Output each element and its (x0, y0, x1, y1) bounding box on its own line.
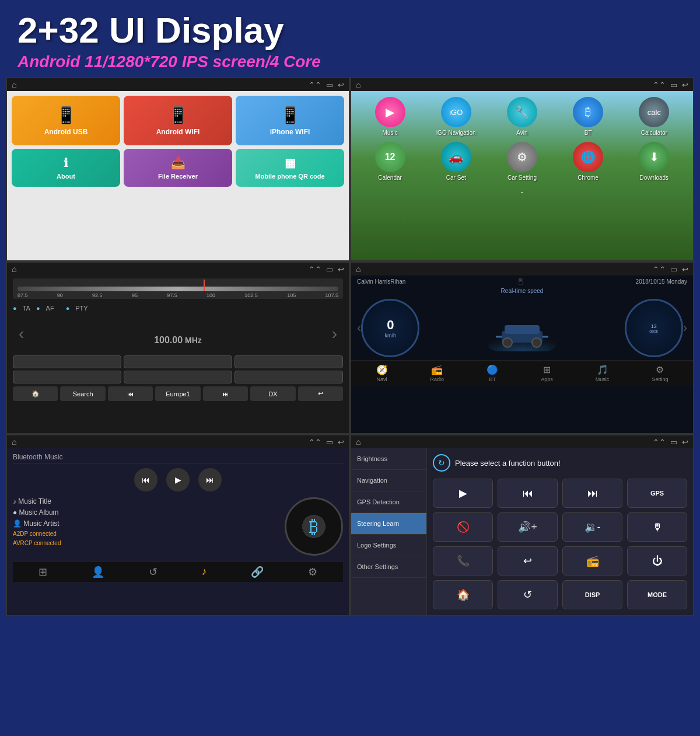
home-icon: ⌂ (12, 80, 16, 89)
tile-file-receiver[interactable]: 📥 File Receiver (124, 149, 232, 187)
preset-4[interactable] (13, 371, 121, 383)
app-icon-row1: ▶ Music iGO iGO Navigation 🔧 Avin ₿ BT c… (357, 97, 687, 136)
bt-nav-grid[interactable]: ⊞ (38, 566, 47, 578)
settings-panel-header: ↻ Please select a function button! (433, 454, 687, 472)
radio-next-icon[interactable]: › (332, 325, 337, 343)
app-avin[interactable]: 🔧 Avin (499, 97, 545, 136)
settings-mute-button[interactable]: 🚫 (433, 512, 493, 542)
radio-search-button[interactable]: Search (60, 386, 105, 401)
dash-nav-apps[interactable]: ⊞ Apps (541, 364, 553, 382)
bt-nav-music-active[interactable]: ♪ (201, 566, 206, 578)
status-bar-1: ⌂ ⌃⌃ ▭ ↩ (7, 78, 349, 91)
app-grid: 📱 Android USB 📱 Android WIFI 📱 iPhone WI… (12, 96, 344, 187)
settings-prev-button[interactable]: ⏮ (498, 479, 558, 508)
app-calendar[interactable]: 12 Calendar (367, 142, 414, 181)
downloads-label: Downloads (640, 175, 668, 181)
bt-fast-forward-button[interactable]: ⏭ (198, 468, 222, 491)
app-calculator[interactable]: calc Calculator (631, 97, 677, 136)
dash-nav-bt[interactable]: 🔵 BT (487, 364, 498, 382)
radio-freq-row: ‹ 100.00MHz › (13, 315, 343, 353)
app-downloads[interactable]: ⬇ Downloads (631, 142, 677, 181)
bt-rewind-button[interactable]: ⏮ (134, 468, 158, 491)
menu-steering-learn[interactable]: Steering Learn (351, 513, 426, 535)
radio-ta-controls: ● TA ● AF ● PTY (13, 302, 343, 315)
dash-nav-radio[interactable]: 📻 Radio (430, 364, 444, 382)
menu-logo-settings[interactable]: Logo Settings (351, 535, 426, 556)
dash-nav-music[interactable]: 🎵 Music (596, 364, 610, 382)
settings-play-button[interactable]: ▶ (433, 479, 493, 508)
settings-return-button[interactable]: ↺ (498, 580, 558, 609)
screen-dashboard: ⌂ ⌃⌃ ▭ ↩ Calvin HarrisRihan 📱 2018/10/15… (350, 261, 694, 434)
radio-frequency: 100.00MHz (154, 315, 202, 353)
radio-home-button[interactable]: 🏠 (13, 386, 58, 401)
status-icons-5: ⌃⌃ ▭ ↩ (309, 438, 344, 447)
bt-play-button[interactable]: ▶ (166, 468, 190, 491)
setting-icon: ⚙ (656, 364, 664, 375)
clock-gauge: 12 dock (625, 299, 683, 357)
preset-6[interactable] (235, 371, 343, 383)
menu-gps-detection[interactable]: GPS Detection (351, 491, 426, 513)
home-icon-2: ⌂ (356, 80, 360, 89)
radio-dx-button[interactable]: DX (250, 386, 295, 401)
apps-icon: ⊞ (543, 364, 551, 375)
settings-power-button[interactable]: ⏻ (627, 546, 687, 575)
tile-android-wifi[interactable]: 📱 Android WIFI (124, 96, 232, 145)
iphone-wifi-icon: 📱 (280, 106, 300, 125)
app-igo[interactable]: iGO iGO Navigation (433, 97, 480, 136)
settings-home-button[interactable]: 🏠 (433, 580, 493, 609)
car-setting-icon: ⚙ (507, 142, 537, 172)
menu-brightness[interactable]: Brightness (351, 448, 426, 470)
preset-2[interactable] (124, 355, 232, 368)
settings-disp-button[interactable]: DISP (562, 580, 622, 609)
music-nav-icon: 🎵 (597, 364, 608, 375)
date-time: 2018/10/15 Monday (636, 278, 687, 285)
settings-vol-down-button[interactable]: 🔉- (562, 512, 622, 542)
avin-label: Avin (516, 130, 527, 136)
tile-about[interactable]: ℹ About (12, 149, 120, 187)
tile-qr-code[interactable]: ▦ Mobile phone QR code (236, 149, 344, 187)
menu-other-settings[interactable]: Other Settings (351, 556, 426, 578)
preset-5[interactable] (124, 371, 232, 383)
speed-value: 0 (387, 318, 394, 333)
dash-nav-setting[interactable]: ⚙ Setting (652, 364, 668, 382)
bt-nav-refresh[interactable]: ↺ (149, 566, 158, 578)
bt-nav-icon: 🔵 (487, 364, 498, 375)
settings-vol-up-button[interactable]: 🔊+ (498, 512, 558, 542)
bt-nav-link[interactable]: 🔗 (251, 566, 264, 578)
app-bt[interactable]: ₿ BT (565, 97, 611, 136)
app-music[interactable]: ▶ Music (367, 97, 414, 136)
radio-band-button[interactable]: Europe1 (155, 386, 200, 401)
radio-tuner: 87.5 90 92.5 95 97.5 100 102.5 105 107.5 (13, 278, 343, 299)
app-car-set[interactable]: 🚗 Car Set (433, 142, 480, 181)
bt-nav-person[interactable]: 👤 (92, 566, 104, 578)
radio-back-button[interactable]: ↩ (298, 386, 343, 401)
status-icons-4: ⌃⌃ ▭ ↩ (653, 265, 688, 274)
car-set-icon: 🚗 (441, 142, 471, 172)
radio-prev-track-button[interactable]: ⏮ (108, 386, 153, 401)
settings-phone-button[interactable]: 📞 (433, 546, 493, 575)
app-car-setting[interactable]: ⚙ Car Setting (499, 142, 545, 181)
settings-mode-button[interactable]: MODE (627, 580, 687, 609)
dash-nav-navi[interactable]: 🧭 Navi (376, 364, 388, 382)
app-chrome[interactable]: 🌐 Chrome (565, 142, 611, 181)
bt-info-section: ♪ Music Title ● Music Album 👤 Music Arti… (13, 497, 343, 556)
radio-next-track-button[interactable]: ⏭ (203, 386, 248, 401)
settings-back-button[interactable]: ↩ (498, 546, 558, 575)
freq-unit: MHz (185, 336, 202, 345)
screen1-content: 📱 Android USB 📱 Android WIFI 📱 iPhone WI… (7, 91, 349, 260)
tile-iphone-wifi[interactable]: 📱 iPhone WIFI (236, 96, 344, 145)
dash-left-arrow[interactable]: ‹ (357, 320, 361, 336)
settings-mic-button[interactable]: 🎙 (627, 512, 687, 542)
settings-next-button[interactable]: ⏭ (562, 479, 622, 508)
dash-right-arrow[interactable]: › (683, 320, 687, 336)
refresh-icon[interactable]: ↻ (433, 454, 450, 472)
settings-gps-button[interactable]: GPS (627, 479, 687, 508)
menu-navigation[interactable]: Navigation (351, 470, 426, 491)
settings-radio-button[interactable]: 📻 (562, 546, 622, 575)
preset-1[interactable] (13, 355, 121, 368)
bt-text-info: ♪ Music Title ● Music Album 👤 Music Arti… (13, 497, 279, 556)
radio-prev-icon[interactable]: ‹ (19, 325, 24, 343)
bt-nav-settings[interactable]: ⚙ (308, 566, 317, 578)
tile-android-usb[interactable]: 📱 Android USB (12, 96, 120, 145)
preset-3[interactable] (235, 355, 343, 368)
